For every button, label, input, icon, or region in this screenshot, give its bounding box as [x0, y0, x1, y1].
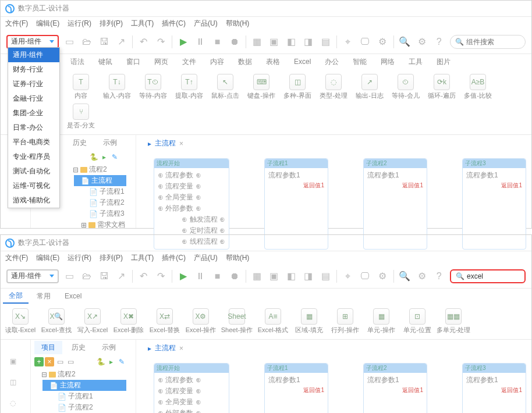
tree-node-main[interactable]: 📄 主流程	[74, 175, 126, 186]
help-icon[interactable]: ?	[432, 35, 445, 48]
tree-node-sub[interactable]: 📄 子流程2	[51, 402, 126, 413]
open-icon[interactable]: 🗁	[81, 35, 93, 48]
tool-icon[interactable]: ▭	[66, 357, 75, 366]
menu-product[interactable]: 产品(U)	[194, 19, 218, 29]
module-多单元-处理[interactable]: ▦▦多单元-处理	[437, 308, 470, 334]
module[interactable]: ⏲等待-会儿	[389, 74, 422, 100]
menu-tools[interactable]: 工具(T)	[131, 19, 154, 29]
tool-icon[interactable]: ▤	[320, 35, 332, 48]
tab-历史[interactable]: 历史	[66, 136, 94, 149]
tree-node-sub[interactable]: 📄 子流程1	[82, 186, 126, 197]
open-icon[interactable]: 🗁	[81, 270, 93, 283]
flow-node-sub[interactable]: 子流程2 流程参数1返回值1	[363, 363, 427, 413]
dropdown-item-集团-企业[interactable]: 集团-企业	[8, 106, 59, 120]
grid-icon[interactable]: ▦	[251, 270, 263, 283]
add-icon[interactable]: +	[34, 357, 44, 366]
component-category-dropdown[interactable]: 通用-组件	[6, 269, 59, 283]
tab-内容[interactable]: 内容	[204, 55, 230, 69]
menu-help[interactable]: 帮助(H)	[226, 19, 250, 29]
dropdown-item-测试-自动化[interactable]: 测试-自动化	[8, 164, 59, 179]
tab-工具[interactable]: 工具	[403, 55, 428, 69]
module-读取-Excel[interactable]: X↘读取-Excel	[4, 308, 37, 334]
tool-icon[interactable]: ▣	[268, 270, 280, 283]
module-区域-填充[interactable]: ▦区域-填充	[293, 308, 325, 334]
redo-icon[interactable]: ↷	[155, 270, 167, 283]
save-icon[interactable]: 🖫	[98, 35, 110, 48]
settings-icon[interactable]: ⚙	[416, 270, 428, 283]
tab-项目[interactable]: 项目	[34, 341, 62, 354]
new-icon[interactable]: ▭	[63, 270, 76, 283]
tab-网页[interactable]: 网页	[148, 55, 174, 69]
menu-file[interactable]: 文件(F)	[5, 253, 28, 263]
flow-node-sub[interactable]: 子流程3 流程参数1返回值1	[462, 363, 526, 413]
tree-node-sub[interactable]: 📄 子流程1	[51, 391, 126, 402]
tab-示例[interactable]: 示例	[96, 136, 124, 149]
module[interactable]: ◫多种-界面	[281, 74, 314, 100]
export-icon[interactable]: ↗	[115, 270, 127, 283]
menu-help[interactable]: 帮助(H)	[226, 253, 250, 263]
tree-node-root[interactable]: ⊟ 流程2	[34, 369, 126, 380]
menu-plugins[interactable]: 插件(C)	[162, 253, 186, 263]
pause-icon[interactable]: ⏸	[194, 270, 206, 283]
menu-run[interactable]: 运行(R)	[68, 19, 91, 29]
tool-icon[interactable]: ▣	[268, 35, 280, 48]
component-category-dropdown[interactable]: 通用-组件	[6, 35, 59, 49]
record-icon[interactable]: ⏺	[228, 270, 240, 283]
screen-icon[interactable]: 🖵	[359, 270, 371, 283]
dropdown-item-游戏-辅助化[interactable]: 游戏-辅助化	[8, 193, 59, 208]
run-icon[interactable]: ▸	[100, 152, 109, 162]
save-icon[interactable]: 🖫	[98, 270, 110, 283]
dropdown-item-金融-行业[interactable]: 金融-行业	[8, 91, 59, 106]
menu-edit[interactable]: 编辑(E)	[36, 19, 59, 29]
module[interactable]: T内容	[65, 74, 97, 100]
flow-canvas[interactable]: ▸ 主流程 × 流程开始 ⊕ 流程参数 ⊕ ⊕ 流程变量 ⊕ ⊕ 全局变量 ⊕ …	[136, 340, 531, 413]
module[interactable]: ⌨键盘-操作	[245, 74, 278, 100]
tree-node-main[interactable]: 📄 主流程	[42, 380, 126, 391]
close-icon[interactable]: ×	[179, 344, 183, 353]
flow-node-sub[interactable]: 子流程1 流程参数1返回值1	[264, 363, 328, 413]
menu-tools[interactable]: 工具(T)	[131, 253, 154, 263]
tool-icon[interactable]: ⚙	[376, 270, 388, 283]
component-search[interactable]: 🔍	[450, 35, 526, 49]
module-单元-操作[interactable]: ▦单元-操作	[365, 308, 398, 334]
flow-node-start[interactable]: 流程开始 ⊕ 流程参数 ⊕ ⊕ 流程变量 ⊕ ⊕ 全局变量 ⊕ ⊕ 外部参数 ⊕…	[154, 363, 229, 413]
capture-icon[interactable]: ⌖	[342, 270, 354, 283]
search-input[interactable]	[466, 38, 532, 46]
search-tool-icon[interactable]: 🔍	[398, 35, 410, 48]
menu-arrange[interactable]: 排列(P)	[100, 19, 123, 29]
delete-icon[interactable]: ×	[45, 357, 54, 366]
module-单元-位置[interactable]: ⊡单元-位置	[401, 308, 434, 334]
menu-edit[interactable]: 编辑(E)	[36, 253, 59, 263]
search-tool-icon[interactable]: 🔍	[398, 270, 410, 283]
pause-icon[interactable]: ⏸	[194, 35, 206, 48]
tool-icon[interactable]: ◨	[302, 35, 314, 48]
dropdown-item-通用-组件[interactable]: 通用-组件	[8, 48, 59, 62]
menu-plugins[interactable]: 插件(C)	[162, 19, 186, 29]
search-input[interactable]	[467, 272, 532, 280]
dropdown-item-财务-行业[interactable]: 财务-行业	[8, 62, 59, 77]
module[interactable]: ⟳k循环-遍历	[425, 74, 458, 100]
module-行列-操作[interactable]: ⊞行列-操作	[329, 308, 361, 334]
export-icon[interactable]: ↗	[115, 35, 127, 48]
help-icon[interactable]: ?	[432, 270, 445, 283]
rail-icon[interactable]: ▣	[10, 357, 22, 369]
tab-语法[interactable]: 语法	[65, 55, 90, 69]
module-Sheet-操作[interactable]: SheetSheet-操作	[221, 308, 253, 334]
redo-icon[interactable]: ↷	[155, 35, 167, 48]
tab-文件[interactable]: 文件	[176, 55, 202, 69]
tab-全部[interactable]: 全部	[3, 289, 29, 304]
tool-icon[interactable]: ▭	[55, 357, 65, 366]
tab-智能[interactable]: 智能	[347, 55, 373, 69]
tree-node-sub[interactable]: 📄 子流程2	[82, 197, 126, 208]
module[interactable]: A≥B多值-比较	[462, 74, 494, 100]
undo-icon[interactable]: ↶	[137, 35, 150, 48]
capture-icon[interactable]: ⌖	[342, 35, 354, 48]
rail-icon[interactable]: ◌	[10, 399, 22, 411]
module-Excel-操作[interactable]: X⚙Excel-操作	[185, 308, 217, 334]
tree-node-sub[interactable]: 📄 子流程3	[82, 208, 126, 219]
module[interactable]: ⑂是否-分支	[65, 104, 97, 130]
tab-历史[interactable]: 历史	[65, 341, 93, 354]
settings-icon[interactable]: ⚙	[416, 35, 428, 48]
play-icon[interactable]: ▶	[177, 270, 189, 283]
module-Excel-格式[interactable]: A≡Excel-格式	[257, 308, 289, 334]
